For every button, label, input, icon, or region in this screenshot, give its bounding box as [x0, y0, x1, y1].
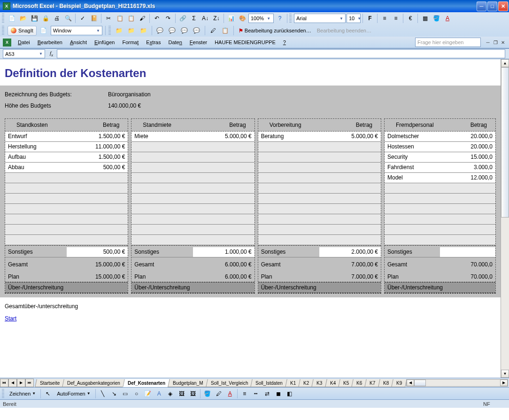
scroll-thumb[interactable] [501, 67, 509, 218]
end-review-button[interactable]: Bearbeitung beenden… [315, 28, 373, 33]
fx-icon[interactable]: fx [46, 50, 57, 57]
sort-asc-icon[interactable]: A↓ [200, 13, 210, 23]
review-comment4-icon[interactable]: 💬 [192, 25, 202, 36]
3d-icon[interactable]: ◧ [285, 389, 295, 399]
table-row[interactable] [258, 214, 381, 225]
menu-extras[interactable]: Extras [142, 38, 164, 47]
cell-name[interactable]: Herstellung [5, 142, 67, 152]
window-close-button[interactable]: ✕ [498, 1, 508, 11]
table-row[interactable] [5, 183, 128, 194]
table-row[interactable] [5, 214, 128, 225]
copy-icon[interactable]: 📋 [115, 13, 125, 23]
cell-value[interactable] [193, 204, 254, 214]
table-row[interactable] [258, 194, 381, 204]
window-maximize-button[interactable]: □ [487, 1, 497, 11]
cell-value[interactable] [67, 183, 128, 193]
cell-name[interactable] [131, 173, 193, 183]
cell-name[interactable] [258, 225, 320, 234]
table-row[interactable]: Aufbau1.500,00 € [5, 152, 128, 163]
cell-value[interactable] [193, 235, 254, 245]
sheet-tab[interactable]: Soll_Istdaten [250, 379, 287, 387]
cell-value[interactable] [319, 225, 381, 234]
review-comment2-icon[interactable]: 💬 [167, 25, 177, 36]
cell-name[interactable]: Security [385, 152, 440, 162]
cell-name[interactable]: Aufbau [5, 152, 67, 162]
menu-fenster[interactable]: Fenster [186, 38, 211, 47]
send-back-button[interactable]: ⚑ Bearbeitung zurücksenden… [237, 28, 313, 34]
table-row[interactable] [131, 194, 254, 204]
oval-icon[interactable]: ○ [131, 389, 142, 399]
tab-nav-last-icon[interactable]: ⏭ [25, 379, 34, 387]
table-row[interactable] [131, 173, 254, 183]
cell-name[interactable] [5, 214, 67, 224]
drawing-icon[interactable]: 🎨 [237, 13, 247, 23]
review-folder-icon[interactable]: 📁 [114, 25, 124, 36]
cell-name[interactable] [258, 235, 320, 245]
question-input[interactable]: Frage hier eingeben [415, 38, 481, 47]
cell-value[interactable] [193, 214, 254, 224]
table-row[interactable]: Entwurf1.500,00 € [5, 132, 128, 142]
shadow-icon[interactable]: ◼ [273, 389, 284, 399]
line-style-icon[interactable]: ≡ [239, 389, 250, 399]
zeichnen-button[interactable]: Zeichnen ▼ [7, 390, 39, 397]
toolbar-grip[interactable] [2, 389, 4, 398]
cell-name[interactable] [131, 194, 193, 203]
cell-value[interactable]: 15.000,0 [440, 152, 495, 162]
new-icon[interactable]: 📄 [7, 13, 17, 23]
table-row[interactable] [258, 225, 381, 235]
cell-name[interactable]: Abbau [5, 163, 67, 172]
cell-name[interactable] [258, 183, 320, 193]
menu-haufe[interactable]: HAUFE MEDIENGRUPPE [211, 38, 279, 47]
table-row[interactable]: Model12.000,0 [385, 173, 495, 183]
vertical-scrollbar[interactable]: ▲ ▼ [501, 59, 509, 378]
font-color-icon[interactable]: A [225, 389, 235, 399]
table-row[interactable] [258, 152, 381, 163]
bold-icon[interactable]: F [365, 13, 375, 23]
cell-value[interactable] [67, 214, 128, 224]
cell-name[interactable] [5, 183, 67, 193]
start-link[interactable]: Start [0, 312, 501, 331]
textbox-icon[interactable]: 📝 [143, 389, 153, 399]
snagit-window-combo[interactable]: Window▼ [51, 26, 102, 35]
formula-input[interactable] [57, 49, 505, 58]
cell-name[interactable] [385, 235, 440, 245]
sheet-tab[interactable]: Startseite [35, 379, 65, 387]
window-minimize-button[interactable]: ─ [477, 1, 486, 11]
diagram-icon[interactable]: ◈ [165, 389, 176, 399]
table-row[interactable] [385, 235, 495, 245]
scroll-down-icon[interactable]: ▼ [501, 370, 509, 378]
rectangle-icon[interactable]: ▭ [120, 389, 131, 399]
cell-name[interactable] [131, 183, 193, 193]
cell-value[interactable]: 12.000,0 [440, 173, 495, 183]
table-row[interactable] [131, 163, 254, 173]
doc-minimize-button[interactable]: ─ [485, 39, 491, 46]
cell-name[interactable]: Dolmetscher [385, 132, 440, 141]
cell-value[interactable] [193, 173, 254, 183]
table-row[interactable] [131, 214, 254, 225]
review-comment-icon[interactable]: 💬 [155, 25, 165, 36]
open-icon[interactable]: 📂 [18, 13, 28, 23]
table-row[interactable] [131, 204, 254, 214]
table-row[interactable] [385, 214, 495, 225]
toolbar-grip[interactable] [289, 14, 292, 23]
cell-name[interactable]: Hostessen [385, 142, 440, 152]
cell-name[interactable] [385, 204, 440, 214]
cell-name[interactable] [131, 152, 193, 162]
table-row[interactable] [385, 183, 495, 194]
review-ink-icon[interactable]: 🖊 [208, 25, 218, 36]
cell-value[interactable]: 20.000,0 [440, 142, 495, 152]
cell-value[interactable] [193, 225, 254, 234]
name-box[interactable]: A53▼ [3, 49, 45, 58]
workbook-icon[interactable]: X [3, 39, 11, 47]
hscroll-thumb[interactable] [414, 380, 426, 386]
review-folder2-icon[interactable]: 📁 [126, 25, 137, 36]
cell-value[interactable] [319, 183, 381, 193]
tab-nav-next-icon[interactable]: ▶ [17, 379, 25, 387]
print-icon[interactable]: 🖨 [52, 13, 62, 23]
zoom-combo[interactable]: 100%▼ [248, 14, 274, 23]
hscroll-right-icon[interactable]: ▶ [500, 380, 508, 386]
cell-value[interactable] [319, 235, 381, 245]
table-row[interactable]: Fahrdienst3.000,0 [385, 163, 495, 173]
cell-name[interactable] [385, 194, 440, 203]
cell-value[interactable] [440, 225, 495, 234]
